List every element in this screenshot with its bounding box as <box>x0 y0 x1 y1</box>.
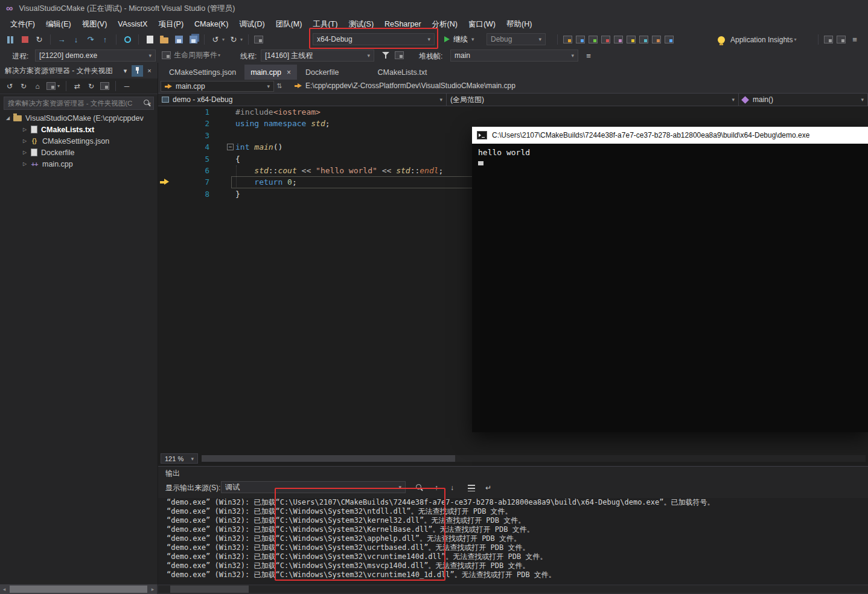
step-into-button[interactable]: ↓ <box>71 34 81 45</box>
auto-hide-pin-icon[interactable] <box>132 65 143 77</box>
menu-item[interactable]: 项目(P) <box>153 18 189 31</box>
attach-to-process-icon[interactable] <box>254 36 263 43</box>
continue-button[interactable]: 继续 ▾ <box>442 33 477 45</box>
zoom-level-combo[interactable]: 121 % ▾ <box>161 453 198 464</box>
scrollbar-thumb[interactable] <box>10 586 147 593</box>
save-button[interactable] <box>173 34 184 45</box>
immediate-window-icon[interactable] <box>614 36 623 43</box>
tree-item-cmakelists.txt[interactable]: ▷CMakeLists.txt <box>0 124 158 135</box>
tab-cmakesettings.json[interactable]: CMakeSettings.json <box>163 65 242 80</box>
fold-collapse-icon[interactable]: − <box>227 144 234 150</box>
redo-dropdown-icon[interactable]: ▾ <box>240 37 243 42</box>
sidebar-horizontal-scrollbar[interactable]: ◂ ▸ <box>0 584 157 594</box>
processes-window-icon[interactable] <box>639 36 648 43</box>
step-over-button[interactable]: ↷ <box>85 34 96 45</box>
tree-item-dockerfile[interactable]: ▷Dockerfile <box>0 147 158 158</box>
scope-combo[interactable]: (全局范围) ▾ <box>447 93 739 106</box>
breakpoint-margin[interactable] <box>158 130 170 141</box>
open-file-combo[interactable]: main.cpp ▾ <box>161 81 274 92</box>
member-combo[interactable]: main() ▾ <box>739 93 868 106</box>
forward-button[interactable]: ↻ <box>19 81 28 91</box>
close-icon[interactable]: × <box>287 68 291 77</box>
breakpoint-margin[interactable] <box>158 141 170 153</box>
clear-all-button[interactable] <box>466 482 477 493</box>
switch-views-icon[interactable] <box>46 82 56 90</box>
expander-icon[interactable]: ▷ <box>21 138 29 144</box>
breakpoint-margin[interactable] <box>158 165 170 176</box>
open-folder-button[interactable] <box>159 34 170 45</box>
scrollbar-thumb[interactable] <box>202 455 455 462</box>
intellitrace-button[interactable] <box>122 34 133 45</box>
sync-with-active-document-button[interactable]: ⇄ <box>72 81 82 91</box>
tree-item-cmakesettings.json[interactable]: ▷{}CMakeSettings.json <box>0 135 158 147</box>
stack-frame-combo[interactable]: main ▾ <box>450 50 578 62</box>
code-text[interactable]: { <box>235 153 240 165</box>
memory-window-icon[interactable] <box>601 36 610 43</box>
step-out-button[interactable]: ↑ <box>100 34 110 45</box>
output-text[interactable]: “demo.exe” (Win32): 已加载“C:\Users\2107\CM… <box>158 498 868 584</box>
thread-combo[interactable]: [14160] 主线程 ▾ <box>261 50 374 62</box>
code-text[interactable]: } <box>235 188 240 200</box>
menu-item[interactable]: 文件(F) <box>5 18 40 31</box>
filter-threads-icon[interactable] <box>380 50 391 61</box>
watch-window-icon[interactable] <box>576 36 585 43</box>
tab-cmakelists.txt[interactable]: CMakeLists.txt <box>372 65 433 80</box>
console-window[interactable]: C:\Users\2107\CMakeBuilds\7244e38f-a7e7-… <box>472 127 868 432</box>
menu-item[interactable]: VAssistX <box>112 18 153 30</box>
show-all-files-icon[interactable] <box>100 82 109 90</box>
menu-item[interactable]: 调试(D) <box>234 18 270 31</box>
redo-button[interactable]: ↻ <box>228 34 239 45</box>
solution-explorer-search[interactable]: ▾ <box>4 97 154 110</box>
stop-debugging-button[interactable] <box>19 34 30 45</box>
expander-icon[interactable]: ▷ <box>21 150 29 155</box>
stack-options-icon[interactable]: ≡ <box>583 50 594 61</box>
breakpoints-window-icon[interactable] <box>563 36 572 43</box>
output-window-icon[interactable] <box>665 36 674 43</box>
chevron-down-icon[interactable]: ▾ <box>794 37 796 42</box>
code-text[interactable]: return 0; <box>235 176 297 188</box>
scroll-right-icon[interactable]: ▸ <box>148 586 157 592</box>
back-button[interactable]: ↺ <box>5 81 14 91</box>
undo-button[interactable]: ↺ <box>210 34 221 45</box>
code-text[interactable]: using namespace std; <box>235 118 330 129</box>
collapse-all-button[interactable]: ─ <box>122 81 132 91</box>
code-text[interactable]: #include<iostream> <box>235 106 321 118</box>
process-combo[interactable]: [21220] demo.exe ▾ <box>35 50 156 62</box>
tree-item-main.cpp[interactable]: ▷++main.cpp <box>0 158 158 170</box>
breakpoint-margin[interactable] <box>158 176 170 188</box>
menu-item[interactable]: 窗口(W) <box>463 18 501 31</box>
window-position-icon[interactable]: ▾ <box>120 65 131 77</box>
goto-next-message-button[interactable]: ↓ <box>447 482 458 493</box>
scroll-left-icon[interactable]: ◂ <box>0 586 8 592</box>
toolbar-options-icon[interactable]: ≡ <box>849 34 860 45</box>
project-context-combo[interactable]: demo - x64-Debug ▾ <box>158 93 447 106</box>
editor-horizontal-scrollbar[interactable] <box>202 455 866 462</box>
flag-threads-icon[interactable] <box>395 51 404 59</box>
window-layout-icon[interactable] <box>837 36 846 43</box>
split-window-button[interactable]: ⇅ <box>276 82 282 90</box>
show-next-statement-button[interactable]: → <box>56 34 67 45</box>
code-text[interactable]: int main() <box>235 141 282 153</box>
undo-dropdown-icon[interactable]: ▾ <box>222 37 225 42</box>
breakpoint-margin[interactable] <box>158 118 170 129</box>
home-button[interactable]: ⌂ <box>33 81 42 91</box>
tree-item-root[interactable]: ◢VisualStudioCMake (E:\cpp\cppdev <box>0 112 158 124</box>
code-text[interactable]: std::cout << "hello world" << std::endl; <box>235 165 443 176</box>
breakpoint-margin[interactable] <box>158 188 170 200</box>
modules-window-icon[interactable] <box>627 36 636 43</box>
application-insights-button[interactable] <box>716 34 727 45</box>
menu-item[interactable]: 编辑(E) <box>40 18 77 31</box>
restart-button[interactable]: ↻ <box>34 34 45 45</box>
menu-item[interactable]: 团队(M) <box>270 18 308 31</box>
tab-dockerfile[interactable]: Dockerfile <box>299 65 345 80</box>
close-icon[interactable]: × <box>144 65 155 77</box>
tab-main.cpp[interactable]: main.cpp× <box>244 65 297 80</box>
search-input[interactable] <box>4 100 144 107</box>
chevron-down-icon[interactable]: ▾ <box>57 83 60 89</box>
expander-icon[interactable]: ◢ <box>4 115 12 121</box>
diagnostics-window-icon[interactable] <box>652 36 661 43</box>
pause-button[interactable] <box>5 34 16 45</box>
console-titlebar[interactable]: C:\Users\2107\CMakeBuilds\7244e38f-a7e7-… <box>472 127 868 144</box>
panel-layout-icon[interactable] <box>824 36 833 43</box>
breakpoint-margin[interactable] <box>158 106 170 118</box>
